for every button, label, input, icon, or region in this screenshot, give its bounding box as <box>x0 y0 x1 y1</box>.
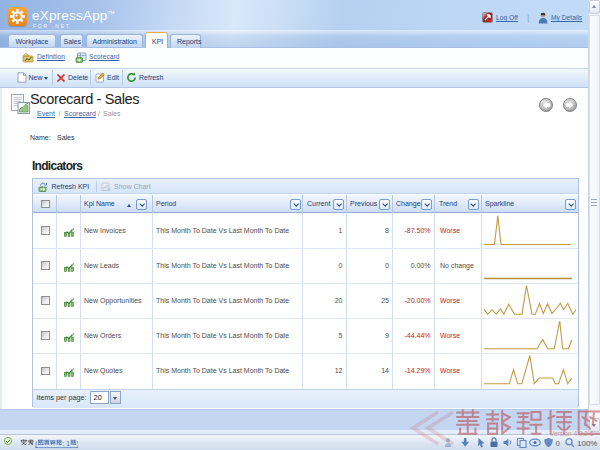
svg-text:): ) <box>77 439 78 447</box>
svg-text:0: 0 <box>556 438 561 447</box>
svg-text:: 1: : 1 <box>63 439 71 446</box>
svg-text:(: ( <box>35 439 38 447</box>
svg-text:100%: 100% <box>577 439 597 448</box>
